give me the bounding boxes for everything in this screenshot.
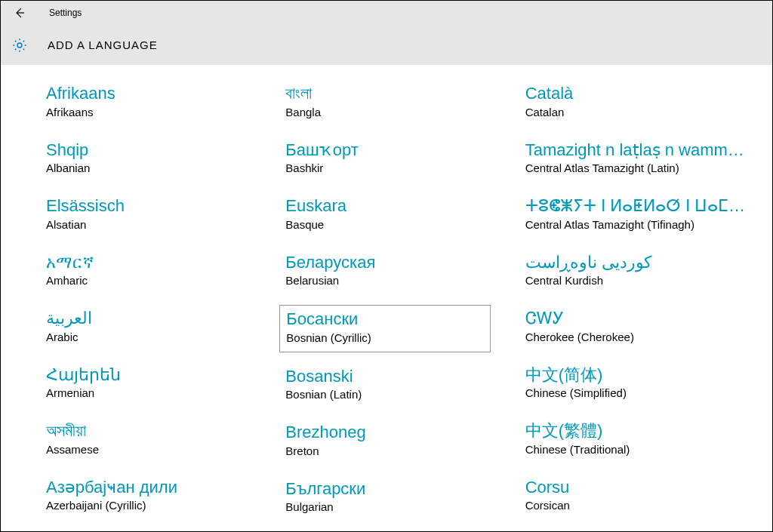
language-native-name: Brezhoneg [285, 422, 512, 443]
language-native-name: Català [525, 83, 752, 104]
language-native-name: Беларуская [285, 252, 512, 273]
language-native-name: Elsässisch [46, 195, 273, 217]
language-english-name: Catalan [525, 104, 759, 120]
language-english-name: Chinese (Traditional) [525, 441, 759, 457]
language-item[interactable]: ᏣᎳᎩCherokee (Cherokee) [525, 305, 765, 351]
page-title: ADD A LANGUAGE [48, 38, 158, 51]
language-english-name: Amharic [46, 272, 279, 288]
language-native-name: Afrikaans [46, 83, 273, 104]
language-item[interactable]: ShqipAlbanian [46, 137, 285, 183]
language-english-name: Bashkir [285, 160, 519, 176]
language-item[interactable]: CatalàCatalan [525, 80, 765, 126]
language-english-name: Bosnian (Latin) [285, 386, 519, 402]
language-native-name: Bosanski [285, 366, 512, 387]
back-button[interactable] [7, 1, 31, 25]
language-item[interactable]: বাংলাBangla [285, 80, 525, 126]
language-english-name: Central Kurdish [525, 272, 759, 288]
language-english-name: Albanian [46, 160, 279, 176]
language-native-name: ᏣᎳᎩ [525, 308, 752, 329]
language-native-name: Shqip [46, 140, 273, 161]
gear-icon [11, 37, 28, 54]
language-native-name: বাংলা [285, 83, 512, 104]
language-item[interactable]: ⵜⵓⵞⵥⵢⵜ ⵏ ⵍⴰⵟⵍⴰⵚ ⵏ ⵡⴰⵎⵎⴰⵙCentral Atlas Ta… [525, 192, 765, 238]
language-item[interactable]: БашҡортBashkir [285, 137, 525, 183]
language-native-name: Corsu [525, 477, 752, 498]
header: Settings ADD A LANGUAGE [1, 1, 772, 65]
language-item[interactable]: العربيةArabic [46, 305, 285, 351]
language-native-name: Азәрбајҹан дили [46, 477, 273, 498]
language-column-2: বাংলাBanglaБашҡортBashkirEuskaraBasqueБе… [285, 80, 525, 531]
language-english-name: Central Atlas Tamazight (Tifinagh) [525, 217, 759, 232]
language-english-name: Bangla [285, 104, 519, 120]
language-native-name: Հայերեն [46, 364, 273, 386]
language-english-name: Chinese (Simplified) [525, 385, 759, 401]
language-native-name: Tamazight n laṭlaṣ n wamm… [525, 140, 752, 161]
language-item[interactable]: EuskaraBasque [285, 192, 525, 238]
language-item[interactable]: অসমীয়াAssamese [46, 417, 285, 463]
language-english-name: Bulgarian [285, 499, 519, 515]
language-columns: AfrikaansAfrikaansShqipAlbanianElsässisc… [46, 80, 765, 531]
language-item[interactable]: БългарскиBulgarian [285, 475, 525, 521]
language-native-name: অসমীয়া [46, 420, 273, 441]
language-item[interactable]: HrvatskiCroatian [525, 530, 765, 531]
language-native-name: Башҡорт [285, 140, 512, 161]
content: AfrikaansAfrikaansShqipAlbanianElsässisc… [1, 65, 772, 531]
language-native-name: Босански [286, 309, 484, 330]
language-native-name: 中文(简体) [525, 364, 752, 386]
language-item[interactable]: БеларускаяBelarusian [285, 249, 525, 295]
language-item[interactable]: ElsässischAlsatian [46, 192, 285, 238]
language-item[interactable]: 中文(简体)Chinese (Simplified) [525, 361, 765, 407]
language-english-name: Afrikaans [46, 104, 279, 120]
svg-point-0 [17, 43, 22, 48]
language-english-name: Central Atlas Tamazight (Latin) [525, 160, 759, 176]
page-heading-row: ADD A LANGUAGE [1, 25, 772, 65]
language-native-name: Euskara [285, 195, 512, 217]
language-english-name: Assamese [46, 441, 279, 457]
language-english-name: Cherokee (Cherokee) [525, 329, 759, 345]
language-item[interactable]: Azərbaycan diliAzerbaijani (Latin) [46, 530, 285, 531]
language-english-name: Arabic [46, 329, 279, 345]
language-native-name: ⵜⵓⵞⵥⵢⵜ ⵏ ⵍⴰⵟⵍⴰⵚ ⵏ ⵡⴰⵎⵎⴰⵙ [525, 195, 752, 217]
titlebar: Settings [1, 1, 772, 25]
language-english-name: Bosnian (Cyrillic) [286, 330, 484, 346]
language-item[interactable]: 中文(繁體)Chinese (Traditional) [525, 417, 765, 463]
language-item[interactable]: Азәрбајҹан дилиAzerbaijani (Cyrillic) [46, 474, 285, 520]
language-item[interactable]: БосанскиBosnian (Cyrillic) [279, 305, 491, 352]
language-item[interactable]: BosanskiBosnian (Latin) [285, 363, 525, 409]
language-item[interactable]: CorsuCorsican [525, 474, 765, 520]
language-english-name: Azerbaijani (Cyrillic) [46, 497, 279, 513]
language-native-name: العربية [46, 308, 273, 329]
language-native-name: Български [285, 478, 512, 500]
language-english-name: Belarusian [285, 272, 519, 288]
language-english-name: Alsatian [46, 217, 279, 232]
language-english-name: Breton [285, 443, 519, 459]
language-item[interactable]: AfrikaansAfrikaans [46, 80, 285, 126]
language-column-3: CatalàCatalanTamazight n laṭlaṣ n wamm…C… [525, 80, 765, 531]
language-item[interactable]: BrezhonegBreton [285, 419, 525, 465]
language-item[interactable]: ՀայերենArmenian [46, 361, 285, 407]
language-item[interactable]: Tamazight n laṭlaṣ n wamm…Central Atlas … [525, 137, 765, 183]
arrow-left-icon [13, 7, 25, 19]
language-english-name: Armenian [46, 385, 279, 401]
language-column-1: AfrikaansAfrikaansShqipAlbanianElsässisc… [46, 80, 285, 531]
language-native-name: አማርኛ [46, 252, 273, 273]
window-title: Settings [49, 8, 82, 18]
language-english-name: Basque [285, 217, 519, 232]
language-item[interactable]: አማርኛAmharic [46, 249, 285, 295]
language-english-name: Corsican [525, 497, 759, 513]
language-native-name: کوردیی ناوەڕاست [525, 252, 752, 273]
language-native-name: 中文(繁體) [525, 420, 752, 441]
language-item[interactable]: کوردیی ناوەڕاستCentral Kurdish [525, 249, 765, 295]
